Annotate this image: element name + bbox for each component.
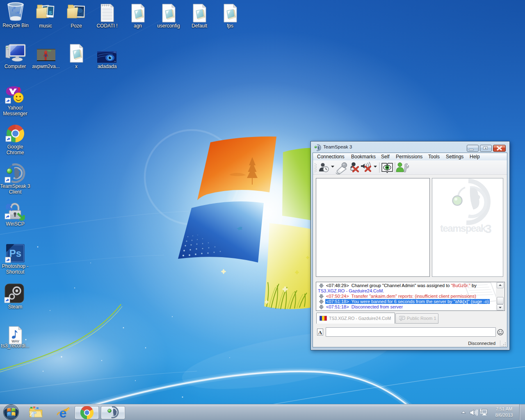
svg-text:3: 3	[485, 222, 492, 235]
svg-text:teamspeak: teamspeak	[440, 223, 486, 234]
svg-text:e: e	[59, 406, 67, 419]
svg-text:Ps: Ps	[9, 248, 21, 259]
svg-text:S: S	[49, 10, 52, 15]
